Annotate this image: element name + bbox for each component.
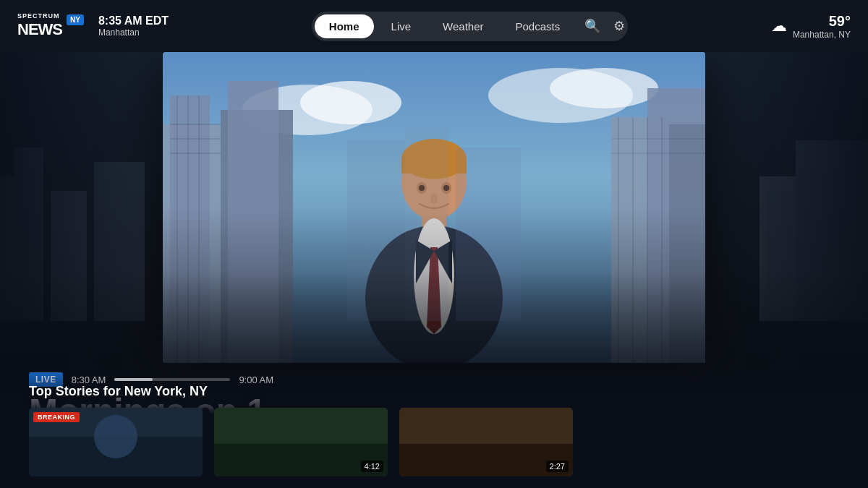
breaking-badge: BREAKING [33, 412, 80, 422]
header-left: SPECTRUM NEWS NY 8:35 AM EDT Manhattan [17, 13, 169, 39]
nav-item-home[interactable]: Home [315, 14, 374, 38]
header-time: 8:35 AM EDT Manhattan [98, 14, 169, 38]
logo-spectrum-text: SPECTRUM [17, 13, 62, 20]
logo: SPECTRUM NEWS NY [17, 13, 84, 39]
nav-icons: 🔍 ⚙ [584, 18, 625, 34]
settings-icon[interactable]: ⚙ [613, 18, 625, 34]
story-duration-2: 4:12 [361, 461, 383, 472]
weather-block: 59° Manhattan, NY [793, 13, 851, 40]
logo-ny-badge: NY [67, 14, 84, 25]
svg-point-14 [550, 68, 658, 108]
story-card-1[interactable]: BREAKING [29, 408, 203, 476]
nav-item-live[interactable]: Live [377, 14, 426, 38]
logo-news-text: NEWS [17, 20, 62, 39]
story-card-3[interactable]: 2:27 [399, 408, 573, 476]
weather-temp: 59° [793, 13, 851, 30]
nav-item-weather[interactable]: Weather [428, 14, 498, 38]
top-stories-label: Top Stories for New York, NY [29, 384, 839, 399]
header: SPECTRUM NEWS NY 8:35 AM EDT Manhattan H… [0, 0, 868, 52]
main-content: LIVE 8:30 AM 9:00 AM Mornings on 1 ⤢ Wat… [0, 52, 868, 488]
story-duration-3: 2:27 [546, 461, 569, 472]
stories-row: BREAKING 4:12 2:27 [29, 408, 839, 476]
search-icon[interactable]: 🔍 [584, 18, 600, 34]
weather-info: ☁ 59° Manhattan, NY [771, 13, 851, 40]
header-location: Manhattan [98, 27, 169, 38]
logo-text-block: SPECTRUM NEWS [17, 13, 62, 39]
current-time: 8:35 AM EDT [98, 14, 169, 27]
weather-cloud-icon: ☁ [771, 17, 787, 35]
header-right: ☁ 59° Manhattan, NY [771, 13, 851, 40]
bottom-section: Top Stories for New York, NY BREAKING [0, 365, 868, 488]
weather-location: Manhattan, NY [793, 30, 851, 40]
svg-point-50 [94, 415, 137, 458]
main-nav: Home Live Weather Podcasts 🔍 ⚙ [312, 12, 628, 41]
story-card-2[interactable]: 4:12 [214, 408, 388, 476]
nav-item-podcasts[interactable]: Podcasts [501, 14, 575, 38]
